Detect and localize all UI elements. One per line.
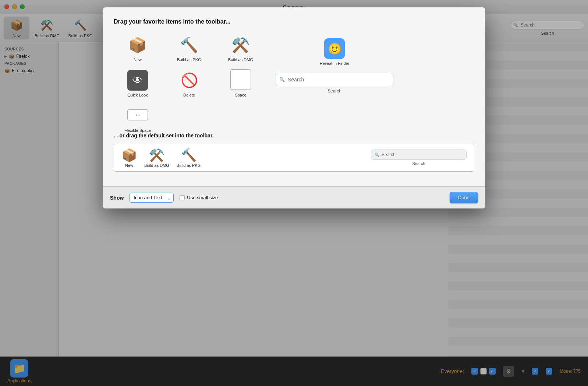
modal-search-wrapper — [276, 73, 393, 86]
default-search-label: Search — [412, 161, 425, 166]
default-item-search[interactable]: Search — [371, 150, 467, 166]
default-search-input[interactable] — [371, 150, 467, 160]
modal-search-input[interactable] — [276, 73, 393, 86]
delete-item-icon: 🚫 — [178, 69, 200, 91]
modal-drag-title: Drag your favorite items into the toolba… — [114, 18, 474, 25]
modal-search-label: Search — [327, 88, 341, 94]
modal-footer: Show Icon and Text Icon Only Text Only U… — [103, 186, 485, 208]
default-build-pkg-icon: 🔨 — [181, 148, 196, 162]
default-item-build-dmg[interactable]: ⚒️ Build as DMG — [144, 148, 169, 168]
item-flex-space[interactable]: ↔ Flexible Space — [114, 105, 162, 133]
new-item-label: New — [134, 57, 142, 62]
item-build-pkg[interactable]: 🔨 Build as PKG — [165, 34, 213, 62]
build-dmg-item-label: Build as DMG — [228, 57, 253, 62]
space-icon-shape — [230, 69, 251, 90]
item-search[interactable]: Search — [276, 73, 393, 94]
default-item-build-pkg[interactable]: 🔨 Build as PKG — [177, 148, 201, 168]
quick-look-item-label: Quick Look — [127, 93, 148, 97]
item-reveal-finder[interactable]: 🙂 Reveal In Finder — [320, 38, 350, 66]
footer-show-select[interactable]: Icon and Text Icon Only Text Only — [130, 193, 174, 203]
default-build-dmg-label: Build as DMG — [144, 163, 169, 168]
build-dmg-item-icon: ⚒️ — [230, 34, 252, 56]
space-item-icon — [230, 69, 252, 91]
done-button[interactable]: Done — [450, 192, 478, 203]
flex-space-icon-shape: ↔ — [127, 109, 148, 120]
items-container: 📦 New 🔨 Build as PKG ⚒️ Build as DMG — [114, 34, 474, 133]
item-delete[interactable]: 🚫 Delete — [165, 69, 213, 97]
modal-body: Drag your favorite items into the toolba… — [103, 7, 485, 186]
flex-space-item-icon: ↔ — [127, 105, 149, 127]
new-item-icon: 📦 — [127, 34, 149, 56]
default-new-icon: 📦 — [121, 148, 137, 162]
quicklook-icon-shape: 👁 — [127, 70, 148, 91]
build-pkg-item-label: Build as PKG — [177, 57, 201, 62]
default-new-label: New — [125, 163, 133, 168]
build-pkg-item-icon: 🔨 — [178, 34, 200, 56]
default-item-new[interactable]: 📦 New — [121, 148, 137, 168]
reveal-finder-item-icon: 🙂 — [323, 38, 346, 60]
footer-show-label: Show — [110, 195, 124, 201]
item-space[interactable]: Space — [217, 69, 265, 97]
default-set-box: 📦 New ⚒️ Build as DMG 🔨 Build as PKG — [114, 144, 474, 172]
right-column: 🙂 Reveal In Finder Search — [276, 34, 393, 133]
finder-icon-shape: 🙂 — [324, 38, 345, 59]
flex-space-item-label: Flexible Space — [124, 128, 151, 133]
default-build-dmg-icon: ⚒️ — [149, 148, 164, 162]
reveal-finder-item-label: Reveal In Finder — [320, 61, 350, 66]
default-set-title: ... or drag the default set into the too… — [114, 133, 474, 138]
item-new[interactable]: 📦 New — [114, 34, 162, 62]
default-build-pkg-label: Build as PKG — [177, 163, 201, 168]
item-quick-look[interactable]: 👁 Quick Look — [114, 69, 162, 97]
quick-look-item-icon: 👁 — [127, 69, 149, 91]
main-items-grid: 📦 New 🔨 Build as PKG ⚒️ Build as DMG — [114, 34, 265, 133]
small-size-text: Use small size — [187, 195, 218, 200]
delete-item-label: Delete — [183, 93, 195, 97]
small-size-label[interactable]: Use small size — [180, 195, 218, 200]
modal-overlay: Drag your favorite items into the toolba… — [0, 0, 588, 386]
footer-select-wrapper: Icon and Text Icon Only Text Only — [130, 193, 174, 203]
modal: Drag your favorite items into the toolba… — [103, 7, 485, 208]
default-search-wrapper — [371, 150, 467, 160]
window: Composer 📦 New ⚒️ Build as DMG 🔨 Build a… — [0, 0, 588, 386]
item-build-dmg[interactable]: ⚒️ Build as DMG — [217, 34, 265, 62]
space-item-label: Space — [235, 93, 246, 97]
delete-icon-shape: 🚫 — [179, 70, 199, 91]
small-size-checkbox[interactable] — [180, 195, 185, 200]
